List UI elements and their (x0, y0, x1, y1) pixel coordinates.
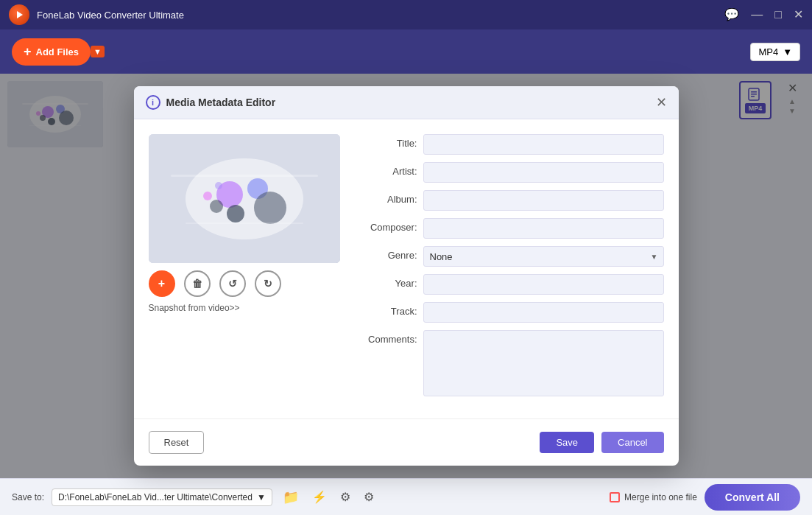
settings-button[interactable]: ⚙ (361, 488, 377, 506)
flash-off-icon: ⚡ (312, 491, 327, 503)
format-arrow-icon: ▼ (783, 46, 792, 57)
save-button[interactable]: Save (540, 432, 594, 453)
delete-image-button[interactable]: 🗑 (184, 270, 211, 297)
preview-image-box (149, 134, 340, 263)
modal-title: Media Metadata Editor (166, 97, 650, 108)
form-row-year: Year: (355, 274, 664, 295)
toolbar: + Add Files ▼ MP4 ▼ (0, 29, 812, 74)
undo-button[interactable]: ↺ (219, 270, 246, 297)
app-body: + Add Files ▼ MP4 ▼ (0, 29, 812, 515)
composer-input[interactable] (423, 218, 664, 239)
svg-point-20 (227, 205, 244, 223)
title-input[interactable] (423, 134, 664, 155)
composer-label: Composer: (355, 218, 417, 233)
album-label: Album: (355, 190, 417, 205)
svg-point-23 (215, 182, 222, 189)
title-bar: FoneLab Video Converter Ultimate 💬 — □ ✕ (0, 0, 812, 29)
modal-overlay: i Media Metadata Editor ✕ (0, 74, 812, 478)
chat-button[interactable]: 💬 (724, 9, 739, 21)
year-label: Year: (355, 274, 417, 289)
preview-image (149, 134, 340, 263)
footer-right-buttons: Save Cancel (540, 432, 663, 453)
form-row-composer: Composer: (355, 218, 664, 239)
content-area: MP4 ✕ ▲ ▼ i Media Metadata Editor ✕ (0, 74, 812, 478)
folder-icon: 📁 (283, 490, 299, 505)
add-files-dropdown-button[interactable]: ▼ (91, 46, 105, 57)
snapshot-link[interactable]: Snapshot from video>> (149, 303, 340, 313)
save-to-label: Save to: (12, 492, 44, 502)
svg-rect-25 (186, 223, 303, 224)
settings-gear-icon: ⚙ (364, 491, 374, 503)
svg-point-21 (210, 200, 223, 213)
save-path-arrow-icon: ▼ (257, 492, 266, 502)
merge-text: Merge into one file (624, 492, 697, 502)
add-files-label: Add Files (36, 46, 80, 57)
close-button[interactable]: ✕ (794, 9, 803, 21)
flash-off-button[interactable]: ⚡ (309, 488, 330, 506)
form-row-genre: Genre: None Pop Rock Jazz Classical Elec… (355, 246, 664, 267)
comments-label: Comments: (355, 330, 417, 345)
format-select-badge[interactable]: MP4 ▼ (750, 43, 800, 61)
metadata-editor-modal: i Media Metadata Editor ✕ (134, 86, 679, 466)
add-image-button[interactable]: + (149, 270, 175, 297)
modal-body: + 🗑 ↺ ↻ Snapshot fro (134, 119, 679, 418)
form-row-album: Album: (355, 190, 664, 211)
form-row-title: Title: (355, 134, 664, 155)
merge-checkbox[interactable] (610, 492, 620, 502)
track-input[interactable] (423, 302, 664, 323)
add-files-button[interactable]: + Add Files (12, 38, 91, 66)
artist-input[interactable] (423, 162, 664, 183)
trash-icon: 🗑 (192, 278, 202, 290)
genre-select[interactable]: None Pop Rock Jazz Classical Electronic … (423, 246, 664, 267)
modal-info-icon: i (146, 95, 160, 110)
form-row-track: Track: (355, 302, 664, 323)
form-row-artist: Artist: (355, 162, 664, 183)
genre-select-wrapper: None Pop Rock Jazz Classical Electronic … (423, 246, 664, 267)
plus-icon: + (158, 277, 165, 290)
svg-point-19 (254, 192, 286, 224)
open-folder-button[interactable]: 📁 (280, 488, 302, 507)
bottom-bar: Save to: D:\FoneLab\FoneLab Vid...ter Ul… (0, 478, 812, 515)
reset-button[interactable]: Reset (149, 431, 205, 454)
save-path-select[interactable]: D:\FoneLab\FoneLab Vid...ter Ultimate\Co… (52, 488, 272, 506)
modal-close-button[interactable]: ✕ (656, 96, 667, 109)
preview-art (149, 134, 340, 263)
modal-form-panel: Title: Artist: Album: Composer: (355, 134, 664, 404)
save-path-text: D:\FoneLab\FoneLab Vid...ter Ultimate\Co… (58, 492, 253, 502)
hardware-icon: ⚙ (340, 491, 350, 503)
redo-icon: ↻ (264, 278, 272, 290)
year-input[interactable] (423, 274, 664, 295)
cancel-button[interactable]: Cancel (601, 432, 663, 453)
window-controls: 💬 — □ ✕ (724, 9, 803, 21)
undo-icon: ↺ (228, 278, 237, 290)
merge-label-container: Merge into one file (610, 492, 697, 502)
genre-label: Genre: (355, 246, 417, 261)
app-title: FoneLab Video Converter Ultimate (37, 10, 724, 21)
track-label: Track: (355, 302, 417, 317)
format-label: MP4 (758, 46, 778, 57)
modal-footer: Reset Save Cancel (134, 418, 679, 466)
convert-all-button[interactable]: Convert All (705, 484, 800, 511)
svg-point-16 (186, 158, 303, 239)
app-logo (9, 4, 29, 25)
modal-image-panel: + 🗑 ↺ ↻ Snapshot fro (149, 134, 340, 404)
redo-button[interactable]: ↻ (255, 270, 281, 297)
toolbar-right: MP4 ▼ (750, 43, 800, 61)
svg-point-22 (203, 192, 212, 200)
form-row-comments: Comments: (355, 330, 664, 396)
hardware-accel-button[interactable]: ⚙ (337, 488, 353, 506)
svg-rect-24 (171, 175, 318, 177)
title-label: Title: (355, 134, 417, 149)
svg-marker-0 (17, 11, 23, 18)
artist-label: Artist: (355, 162, 417, 177)
modal-header: i Media Metadata Editor ✕ (134, 86, 679, 119)
minimize-button[interactable]: — (751, 9, 763, 21)
comments-input[interactable] (423, 330, 664, 396)
plus-icon: + (24, 44, 32, 60)
maximize-button[interactable]: □ (774, 9, 782, 21)
album-input[interactable] (423, 190, 664, 211)
image-controls: + 🗑 ↺ ↻ (149, 270, 340, 297)
